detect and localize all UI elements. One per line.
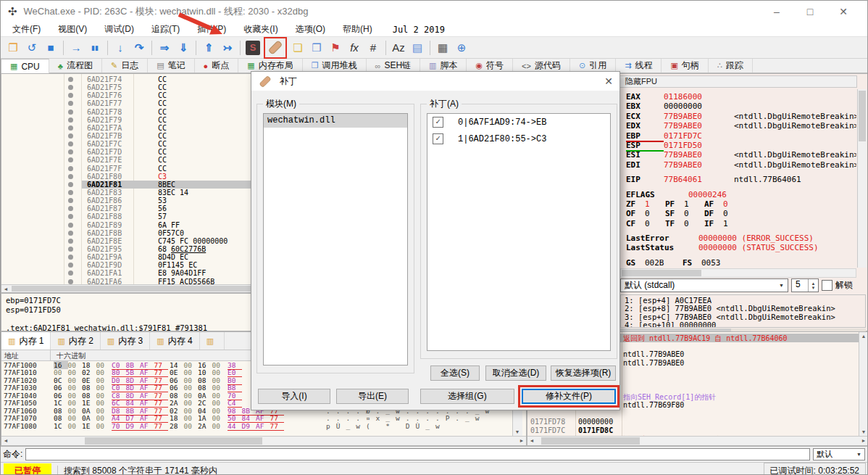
stop-icon[interactable]: ■ <box>42 39 59 57</box>
select-group-button[interactable]: 选择组(G) <box>420 389 514 404</box>
menu-item-2[interactable]: 视图(V) <box>49 23 96 36</box>
scroll-left-icon[interactable]: ◄ <box>1 437 10 445</box>
modules-icon[interactable]: ▤ <box>409 39 426 57</box>
breakpoint-dot-icon[interactable] <box>68 231 73 236</box>
tab-log[interactable]: ✎日志 <box>102 59 148 73</box>
register-row[interactable]: ESI77B9ABE0<ntdll.DbgUiRemoteBreakin> <box>626 150 856 160</box>
register-row[interactable]: LastError00000000 (ERROR_SUCCESS) <box>626 234 856 243</box>
menu-item-1[interactable]: 文件(F) <box>4 23 49 36</box>
dump-hscrollbar[interactable]: ◄ ► <box>1 436 526 445</box>
function-icon[interactable]: fx <box>346 39 363 57</box>
scrollbar-thumb[interactable] <box>622 270 701 276</box>
calculator-icon[interactable]: ▦ <box>434 39 451 57</box>
scroll-left-icon[interactable]: ◄ <box>527 437 536 445</box>
register-row[interactable]: EAX01186000 <box>626 92 856 102</box>
scrollbar-thumb[interactable] <box>541 437 640 445</box>
breakpoint-dot-icon[interactable] <box>68 223 73 228</box>
patch-file-button[interactable]: 修补文件(P) <box>522 389 616 404</box>
dump-tab-4[interactable]: ▥内存 4 <box>150 332 199 350</box>
dump-tab-2[interactable]: ▥内存 2 <box>51 332 100 350</box>
dialog-close-icon[interactable]: ✕ <box>604 75 613 87</box>
module-list-item[interactable]: wechatwin.dll <box>264 114 407 128</box>
dump-tab-partial[interactable]: ▥ <box>200 332 225 350</box>
menu-item-5[interactable]: 插件(P) <box>188 23 235 36</box>
breakpoint-dot-icon[interactable] <box>68 141 73 146</box>
register-row[interactable]: EBP0171FD7C <box>626 131 856 141</box>
register-row[interactable]: EDI77B9ABE0<ntdll.DbgUiRemoteBreakin> <box>626 160 856 170</box>
register-row[interactable]: EBX00000000 <box>626 102 856 111</box>
stack-vscrollbar[interactable]: ▲ ▼ <box>859 332 868 436</box>
scroll-down-icon[interactable]: ▼ <box>513 428 522 436</box>
breakpoint-dot-icon[interactable] <box>68 85 73 90</box>
register-row[interactable]: GS002BFS0053 <box>626 258 856 268</box>
argument-row[interactable]: 2: [esp+8] 77B9ABE0 <ntdll.DbgUiRemoteBr… <box>625 305 865 313</box>
menu-item-6[interactable]: 收藏夹(I) <box>235 23 286 36</box>
breakpoint-dot-icon[interactable] <box>68 182 73 187</box>
breakpoint-dot-icon[interactable] <box>68 255 73 260</box>
breakpoint-dot-icon[interactable] <box>68 206 73 211</box>
tab-trace[interactable]: ∴跟踪 <box>709 59 753 73</box>
patch-checkbox[interactable]: ✓ <box>433 133 443 144</box>
command-input[interactable] <box>25 448 810 460</box>
stack-row[interactable]: 0171FD7C0171FD8C <box>527 426 859 435</box>
pause-icon[interactable]: ▮▮ <box>86 39 104 57</box>
breakpoint-dot-icon[interactable] <box>68 110 73 115</box>
breakpoint-dot-icon[interactable] <box>68 279 73 284</box>
scroll-up-icon[interactable]: ▲ <box>859 332 868 340</box>
tab-breakpoint[interactable]: ●断点 <box>195 59 239 73</box>
register-row[interactable]: LastStatus00000000 (STATUS_SUCCESS) <box>626 243 856 252</box>
strings-icon[interactable]: Az <box>390 39 407 57</box>
select-all-button[interactable]: 全选(S) <box>430 365 480 381</box>
import-button[interactable]: 导入(I) <box>258 389 330 404</box>
argument-count-spinner[interactable]: 5 ▲▼ <box>791 278 819 292</box>
deselect-all-button[interactable]: 取消全选(D) <box>485 365 546 381</box>
bookmark-icon[interactable]: ⚑ <box>327 39 344 57</box>
scroll-right-icon[interactable]: ► <box>859 437 868 445</box>
scylla-icon[interactable]: S <box>246 41 260 55</box>
breakpoint-dot-icon[interactable] <box>68 101 73 106</box>
scroll-right-icon[interactable]: ► <box>517 437 526 445</box>
registers-vscrollbar[interactable] <box>857 89 867 268</box>
minimize-button[interactable]: – <box>760 6 793 17</box>
breakpoint-dot-icon[interactable] <box>68 239 73 244</box>
scroll-down-icon[interactable]: ▼ <box>859 428 868 436</box>
breakpoint-dot-icon[interactable] <box>68 198 73 203</box>
breakpoint-dot-icon[interactable] <box>68 166 73 171</box>
stack-row[interactable]: 0171FD7800000000 <box>527 418 859 426</box>
breakpoint-dot-icon[interactable] <box>68 93 73 98</box>
register-row[interactable]: EIP77B64061ntdll.77B64061 <box>626 175 856 184</box>
breakpoint-dot-icon[interactable] <box>68 174 73 179</box>
step-out-icon[interactable]: ⇓ <box>175 39 192 57</box>
dump-row[interactable]: 77AF10801C001E0070D9AF7728002A0044D9AF77… <box>1 422 511 429</box>
comment-icon[interactable]: ❏ <box>289 39 306 57</box>
run-to-user-code-icon[interactable]: ↣ <box>219 39 236 57</box>
command-preset-select[interactable]: 默认 ▼ <box>813 448 865 460</box>
breakpoint-dot-icon[interactable] <box>68 270 73 276</box>
tab-handles[interactable]: ▣句柄 <box>662 59 708 73</box>
tab-cpu[interactable]: ▦CPU <box>1 59 49 73</box>
breakpoint-dot-icon[interactable] <box>68 247 73 252</box>
breakpoint-dot-icon[interactable] <box>68 125 73 131</box>
step-into-icon[interactable]: ↓ <box>112 39 129 57</box>
argument-row[interactable]: 4: [esp+10] 00000000 <box>625 321 865 328</box>
register-row[interactable]: OF0SF0DF0 <box>626 209 856 218</box>
spinner-arrows-icon[interactable]: ▲▼ <box>808 279 818 292</box>
label-icon[interactable]: ❒ <box>308 39 325 57</box>
hide-fpu-button[interactable]: 隐藏FPU <box>619 75 857 88</box>
scrollbar-thumb[interactable] <box>12 286 251 292</box>
open-file-icon[interactable]: ❐ <box>4 39 22 57</box>
run-icon[interactable]: → <box>67 39 85 57</box>
tab-threads[interactable]: ⇉线程 <box>616 59 662 73</box>
scrollbar-thumb[interactable] <box>620 329 731 331</box>
menu-item-4[interactable]: 追踪(T) <box>143 23 188 36</box>
menu-item-3[interactable]: 调试(D) <box>96 23 143 36</box>
menu-item-7[interactable]: 选项(O) <box>287 23 334 36</box>
run-to-selection-icon[interactable]: ⇒ <box>156 39 173 57</box>
execute-till-return-icon[interactable]: ⇑ <box>200 39 217 57</box>
menu-item-8[interactable]: 帮助(H) <box>334 23 381 36</box>
tab-notes[interactable]: ▤笔记 <box>148 59 194 73</box>
register-row[interactable]: ECX77B9ABE0<ntdll.DbgUiRemoteBreakin> <box>626 112 856 121</box>
patch-checkbox[interactable]: ✓ <box>433 117 443 128</box>
step-over-icon[interactable]: ↷ <box>130 39 148 57</box>
register-row[interactable]: CF0TF0IF1 <box>626 219 856 228</box>
